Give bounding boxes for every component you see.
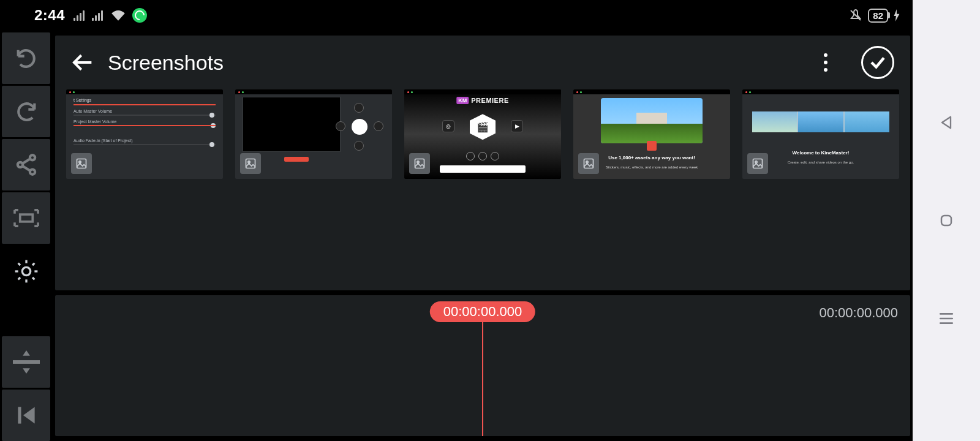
playhead-line [482,322,483,436]
svg-rect-23 [753,159,763,168]
signal-icon-2 [92,10,104,21]
mute-icon [848,8,863,23]
system-nav-bar [913,0,980,441]
svg-rect-13 [13,360,40,364]
svg-rect-3 [20,214,32,222]
svg-point-24 [755,161,757,163]
svg-line-9 [18,263,20,265]
nav-back-button[interactable] [934,110,959,135]
svg-rect-19 [415,159,424,168]
image-type-icon [578,153,599,174]
image-type-icon [240,153,261,174]
left-toolbar [0,31,50,441]
battery-level: 82 [873,10,883,21]
media-thumbnail[interactable]: KMPREMIERE 🎬 ◎ ▶ [404,89,561,179]
nav-home-button[interactable] [934,208,959,233]
svg-rect-21 [584,159,594,168]
image-type-icon [71,153,92,174]
confirm-button[interactable] [861,46,894,79]
charging-icon [893,9,900,21]
media-browser: Screenshots t Settings [55,36,910,290]
total-duration: 00:00:00.000 [820,305,898,321]
editor-app: Screenshots t Settings [0,31,913,441]
svg-line-12 [32,263,34,265]
svg-point-16 [79,161,81,163]
svg-point-20 [417,161,419,163]
whatsapp-icon [132,8,147,23]
svg-rect-15 [77,159,86,168]
battery-icon: 82 [868,9,888,23]
thumbnail-row: t Settings Auto Master Volume Project Ma… [55,89,910,179]
browser-header: Screenshots [55,36,910,89]
track-align-button[interactable] [2,336,50,388]
nav-recents-button[interactable] [934,306,959,331]
status-bar: 2:44 82 [0,0,913,31]
browser-title: Screenshots [108,51,224,75]
main-area: Screenshots t Settings [50,31,913,441]
svg-point-22 [586,161,588,163]
jump-start-button[interactable] [2,390,50,441]
status-left: 2:44 [12,7,147,24]
capture-button[interactable] [2,192,50,244]
media-thumbnail[interactable]: Welcome to KineMaster! Create, edit, and… [742,89,899,179]
share-button[interactable] [2,139,50,190]
playhead-time: 00:00:00.000 [430,301,535,322]
undo-button[interactable] [2,32,50,84]
svg-rect-14 [18,407,21,423]
image-type-icon [747,153,768,174]
svg-point-18 [248,161,250,163]
image-type-icon [409,153,430,174]
svg-point-4 [22,267,30,275]
media-thumbnail[interactable] [235,89,392,179]
back-button[interactable] [71,50,96,75]
svg-rect-17 [246,159,255,168]
svg-line-10 [32,277,34,279]
app-screen: 2:44 82 [0,0,913,441]
signal-icon-1 [74,10,86,21]
timeline[interactable]: 00:00:00.000 00:00:00.000 [55,295,910,436]
clock: 2:44 [34,7,65,24]
svg-line-11 [18,277,20,279]
settings-button[interactable] [2,246,50,297]
wifi-icon [110,9,126,21]
svg-rect-25 [941,216,951,225]
redo-button[interactable] [2,86,50,137]
media-thumbnail[interactable]: t Settings Auto Master Volume Project Ma… [66,89,223,179]
media-thumbnail[interactable]: Use 1,000+ assets any way you want! Stic… [573,89,730,179]
more-options-button[interactable] [813,50,838,75]
status-right: 82 [848,8,900,23]
